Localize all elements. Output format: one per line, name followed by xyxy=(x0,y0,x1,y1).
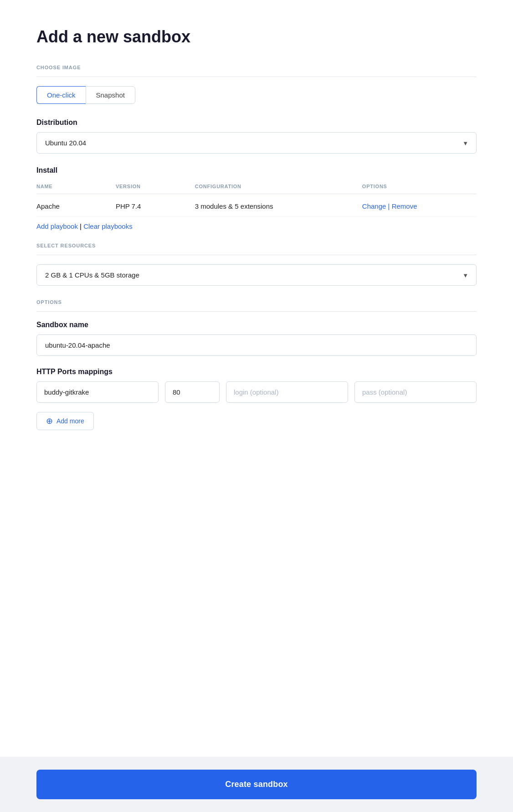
options-divider xyxy=(36,311,477,312)
tab-one-click[interactable]: One-click xyxy=(36,86,86,104)
resources-divider xyxy=(36,255,477,255)
col-header-configuration: CONFIGURATION xyxy=(195,180,362,194)
choose-image-section: CHOOSE IMAGE One-click Snapshot xyxy=(36,65,477,104)
port-subdomain-input[interactable] xyxy=(36,381,159,403)
port-pass-input[interactable] xyxy=(354,381,477,403)
port-number-input[interactable] xyxy=(165,381,220,403)
col-header-name: NAME xyxy=(36,180,116,194)
port-login-input[interactable] xyxy=(226,381,348,403)
col-header-options: OPTIONS xyxy=(362,180,477,194)
install-table: NAME VERSION CONFIGURATION OPTIONS Apach… xyxy=(36,180,477,217)
image-tab-group: One-click Snapshot xyxy=(36,86,477,104)
distribution-select-wrapper: Ubuntu 20.04 Ubuntu 18.04 Debian 10 Cent… xyxy=(36,132,477,154)
choose-image-divider xyxy=(36,77,477,77)
playbook-separator: | xyxy=(80,222,83,230)
row-configuration: 3 modules & 5 extensions xyxy=(195,194,362,217)
footer-bar: Create sandbox xyxy=(0,757,513,812)
choose-image-label: CHOOSE IMAGE xyxy=(36,65,477,70)
resources-select-wrapper: 2 GB & 1 CPUs & 5GB storage 4 GB & 2 CPU… xyxy=(36,264,477,286)
resources-section: SELECT RESOURCES 2 GB & 1 CPUs & 5GB sto… xyxy=(36,243,477,286)
change-link[interactable]: Change xyxy=(362,202,386,210)
install-section: Install NAME VERSION CONFIGURATION OPTIO… xyxy=(36,166,477,230)
add-more-button[interactable]: ⊕ Add more xyxy=(36,412,94,430)
ports-row xyxy=(36,381,477,403)
col-header-version: VERSION xyxy=(116,180,195,194)
options-section-label: OPTIONS xyxy=(36,299,477,305)
resources-select[interactable]: 2 GB & 1 CPUs & 5GB storage 4 GB & 2 CPU… xyxy=(36,264,477,286)
distribution-select[interactable]: Ubuntu 20.04 Ubuntu 18.04 Debian 10 Cent… xyxy=(36,132,477,154)
row-name: Apache xyxy=(36,194,116,217)
remove-link[interactable]: Remove xyxy=(392,202,417,210)
select-resources-label: SELECT RESOURCES xyxy=(36,243,477,248)
plus-icon: ⊕ xyxy=(46,417,53,425)
tab-snapshot[interactable]: Snapshot xyxy=(86,86,135,104)
sandbox-name-input[interactable] xyxy=(36,334,477,356)
add-playbook-link[interactable]: Add playbook xyxy=(36,222,78,230)
install-label: Install xyxy=(36,166,477,175)
row-options: Change | Remove xyxy=(362,194,477,217)
options-separator: | xyxy=(388,202,392,210)
table-row: Apache PHP 7.4 3 modules & 5 extensions … xyxy=(36,194,477,217)
create-sandbox-button[interactable]: Create sandbox xyxy=(36,770,477,799)
distribution-label: Distribution xyxy=(36,118,477,127)
row-version: PHP 7.4 xyxy=(116,194,195,217)
http-ports-label: HTTP Ports mappings xyxy=(36,368,477,376)
add-more-label: Add more xyxy=(56,417,84,425)
page-title: Add a new sandbox xyxy=(36,27,477,46)
playbook-links: Add playbook | Clear playbooks xyxy=(36,222,477,230)
clear-playbooks-link[interactable]: Clear playbooks xyxy=(83,222,133,230)
options-section: OPTIONS Sandbox name HTTP Ports mappings… xyxy=(36,299,477,430)
distribution-section: Distribution Ubuntu 20.04 Ubuntu 18.04 D… xyxy=(36,118,477,154)
sandbox-name-label: Sandbox name xyxy=(36,321,477,329)
